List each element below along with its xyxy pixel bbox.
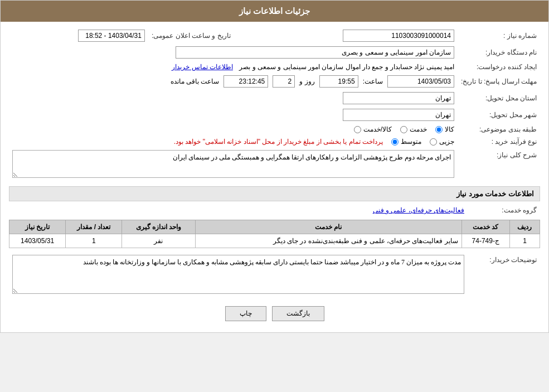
service-group-table: گروه خدمت: فعالیت‌های حرفه‌ای، علمی و فن… [9,204,540,216]
col-service-code: کد خدمت [461,220,509,234]
org-name-input[interactable] [176,46,454,59]
cell-unit: نفر [122,234,195,248]
process-row: جزیی متوسط پرداخت تمام یا بخشی از مبلغ خ… [12,138,454,146]
date-from-input[interactable] [387,75,454,88]
radio-motavasset: متوسط [391,138,421,146]
radio-jozi: جزیی [430,138,454,146]
city-cell [9,107,458,123]
creator-value: امید یمینی نژاد حسابدار و جمع دار اموال … [239,63,454,71]
creator-cell: امید یمینی نژاد حسابدار و جمع دار اموال … [9,61,458,73]
radio-khedmat-input[interactable] [400,126,407,133]
day-label: روز و [299,78,314,85]
radio-khedmat-label: خدمت [410,125,427,133]
remaining-input[interactable] [224,75,268,88]
button-row: بازگشت چاپ [9,306,540,321]
back-button[interactable]: بازگشت [272,306,324,321]
radio-khedmat: خدمت [400,125,427,133]
deadline-cell: ساعت: روز و ساعت باقی مانده [9,73,458,90]
cell-quantity: 1 [66,234,122,248]
need-desc-cell: اجرای مرحله دوم طرح پژوهشی الزامات و راه… [9,148,458,182]
process-note: پرداخت تمام یا بخشی از مبلغ خریدار از مح… [174,138,383,146]
need-desc-label: شرح کلی نیاز: [458,148,540,182]
announce-input[interactable] [78,30,145,42]
service-group-cell: فعالیت‌های حرفه‌ای، علمی و فنی [9,204,468,216]
table-row: 1 ج-749-74 سایر فعالیت‌های حرفه‌ای، علمی… [9,234,540,248]
col-quantity: تعداد / مقدار [66,220,122,234]
radio-jozi-input[interactable] [430,138,437,146]
deadline-label: مهلت ارسال پاسخ: تا تاریخ: [458,73,540,90]
process-label: نوع فرآیند خرید : [458,135,540,148]
cell-service-code: ج-749-74 [461,234,509,248]
page-header: جزئیات اطلاعات نیاز [1,1,548,22]
city-input[interactable] [343,109,454,121]
buyer-desc-table: توضیحات خریدار: مدت پروژه به میزان 7 ماه… [9,253,540,298]
col-date: تاریخ نیاز [9,220,66,234]
deadline-row: ساعت: روز و ساعت باقی مانده [12,75,454,88]
col-unit: واحد اندازه گیری [122,220,195,234]
radio-motavasset-label: متوسط [401,138,421,146]
page-wrapper: جزئیات اطلاعات نیاز شماره نیاز : تاریخ و… [0,0,549,333]
time-label: ساعت: [363,78,383,85]
radio-kala-khedmat-input[interactable] [354,126,361,133]
need-number-cell [234,27,458,44]
cell-date: 1403/05/31 [9,234,66,248]
day-input[interactable] [273,75,295,88]
province-label: استان محل تحویل: [458,90,540,107]
creator-label: ایجاد کننده درخواست: [458,61,540,73]
radio-kala: کالا [435,125,454,133]
main-content: شماره نیاز : تاریخ و ساعت اعلان عمومی: ن… [1,22,548,332]
cell-service-name: سایر فعالیت‌های حرفه‌ای، علمی و فنی طبقه… [195,234,461,248]
category-label: طبقه بندی موضوعی: [458,123,540,135]
radio-kala-input[interactable] [435,126,443,133]
services-section-title: اطلاعات خدمات مورد نیاز [9,186,540,201]
col-row-num: ردیف [509,220,540,234]
category-row: کالا خدمت کالا/خدمت [12,125,454,133]
col-service-name: نام خدمت [195,220,461,234]
radio-kala-khedmat-label: کالا/خدمت [363,125,392,133]
need-desc-textarea[interactable]: اجرای مرحله دوم طرح پژوهشی الزامات و راه… [12,150,454,178]
header-title: جزئیات اطلاعات نیاز [239,6,310,16]
buyer-desc-cell: مدت پروژه به میزان 7 ماه و در اختیار میب… [9,253,468,298]
province-input[interactable] [343,92,454,104]
announce-label: تاریخ و ساعت اعلان عمومی: [148,27,234,44]
city-label: شهر محل تحویل: [458,107,540,123]
announce-cell [9,27,148,44]
org-name-label: نام دستگاه خریدار: [458,44,540,61]
service-group-value[interactable]: فعالیت‌های حرفه‌ای، علمی و فنی [373,206,464,214]
service-group-label: گروه خدمت: [468,204,540,216]
creator-link[interactable]: اطلاعات تماس خریدار [172,63,233,71]
services-table: ردیف کد خدمت نام خدمت واحد اندازه گیری ت… [9,220,540,248]
radio-motavasset-input[interactable] [391,138,399,146]
radio-kala-label: کالا [445,125,454,133]
org-name-cell [9,44,458,61]
cell-row-num: 1 [509,234,540,248]
process-cell: جزیی متوسط پرداخت تمام یا بخشی از مبلغ خ… [9,135,458,148]
province-cell [9,90,458,107]
need-number-label: شماره نیاز : [458,27,540,44]
need-number-input[interactable] [343,30,454,42]
remaining-label: ساعت باقی مانده [171,78,220,85]
buyer-desc-label: توضیحات خریدار: [468,253,540,298]
info-table: شماره نیاز : تاریخ و ساعت اعلان عمومی: ن… [9,27,540,182]
time-input[interactable] [319,75,358,88]
print-button[interactable]: چاپ [225,306,266,321]
radio-jozi-label: جزیی [439,138,454,146]
category-cell: کالا خدمت کالا/خدمت [9,123,458,135]
buyer-desc-textarea[interactable]: مدت پروژه به میزان 7 ماه و در اختیار میب… [12,255,464,294]
radio-kala-khedmat: کالا/خدمت [354,125,392,133]
